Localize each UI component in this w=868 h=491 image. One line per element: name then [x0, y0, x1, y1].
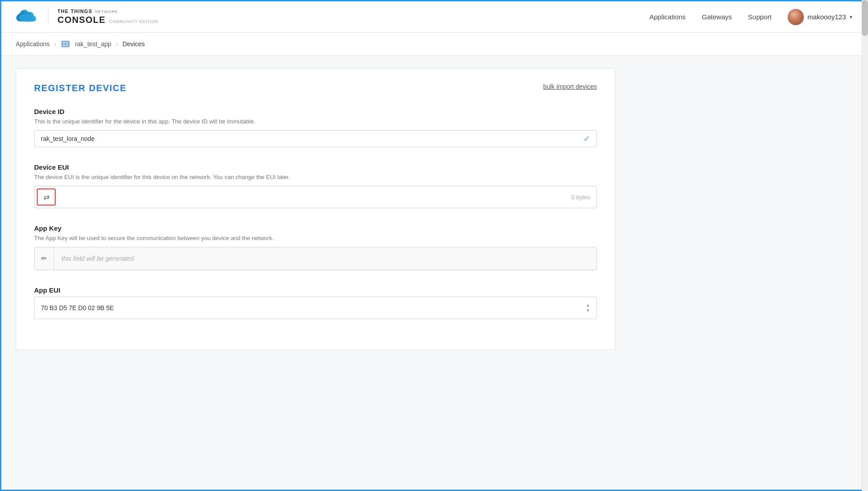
app-key-field: App Key The App Key will be used to secu…	[34, 224, 597, 270]
bulk-import-link[interactable]: bulk import devices	[543, 83, 597, 90]
header: THE THINGS NETWORK CONSOLE COMMUNITY EDI…	[1, 1, 867, 33]
username-label: makoooy123	[807, 13, 846, 21]
nav-gateways[interactable]: Gateways	[702, 13, 732, 21]
svg-rect-5	[66, 45, 68, 46]
card-header: REGISTER DEVICE bulk import devices	[34, 83, 597, 93]
main-nav: Applications Gateways Support makoooy123…	[649, 9, 852, 25]
breadcrumb-sep-2: ›	[116, 40, 118, 48]
spinner-up-icon[interactable]: ▲	[586, 303, 590, 307]
app-eui-input-wrapper: 70 B3 D5 7E D0 02 9B 5E ▲ ▼	[34, 297, 597, 319]
svg-rect-1	[61, 41, 70, 48]
breadcrumb-applications[interactable]: Applications	[16, 40, 50, 48]
user-menu[interactable]: makoooy123 ▾	[788, 9, 852, 25]
brand-sub: NETWORK	[95, 9, 118, 14]
device-eui-description: The device EUI is the unique identifier …	[34, 174, 597, 180]
device-id-input[interactable]	[35, 131, 596, 147]
pencil-icon: ✏	[41, 254, 47, 263]
svg-rect-3	[66, 42, 68, 43]
logo-text: THE THINGS NETWORK CONSOLE COMMUNITY EDI…	[57, 9, 158, 25]
scrollbar-thumb[interactable]	[862, 0, 868, 36]
brand-name: THE THINGS	[57, 9, 92, 14]
valid-checkmark-icon: ✓	[583, 134, 590, 144]
chevron-down-icon: ▾	[850, 14, 852, 20]
app-key-placeholder: this field will be generated	[54, 255, 596, 262]
register-device-card: REGISTER DEVICE bulk import devices Devi…	[16, 68, 615, 350]
scrollbar[interactable]	[862, 0, 868, 491]
device-id-field: Device ID This is the unique identifier …	[34, 108, 597, 147]
app-eui-field: App EUI 70 B3 D5 7E D0 02 9B 5E ▲ ▼	[34, 286, 597, 319]
app-key-input-wrapper: ✏ this field will be generated	[34, 247, 597, 270]
main-content: REGISTER DEVICE bulk import devices Devi…	[1, 56, 630, 363]
eui-bytes-label: 0 bytes	[571, 194, 590, 201]
logo-divider	[48, 9, 48, 25]
device-id-input-wrapper: ✓	[34, 130, 597, 147]
edition-label: COMMUNITY EDITION	[109, 19, 158, 24]
device-eui-label: Device EUI	[34, 163, 597, 171]
breadcrumb-sep-1: ›	[54, 40, 57, 48]
page-title: REGISTER DEVICE	[34, 83, 127, 93]
breadcrumb-app-name[interactable]: rak_test_app	[75, 40, 111, 48]
svg-point-4	[63, 44, 65, 46]
avatar	[788, 9, 804, 25]
nav-support[interactable]: Support	[748, 13, 772, 21]
product-name: CONSOLE	[57, 14, 105, 25]
app-eui-label: App EUI	[34, 286, 597, 294]
spinner-down-icon[interactable]: ▼	[586, 308, 590, 313]
app-key-label: App Key	[34, 224, 597, 232]
logo-area: THE THINGS NETWORK CONSOLE COMMUNITY EDI…	[16, 9, 158, 25]
breadcrumb-current: Devices	[123, 40, 145, 48]
generate-eui-button[interactable]: ⇄	[37, 189, 56, 206]
svg-point-0	[19, 13, 35, 22]
device-id-label: Device ID	[34, 108, 597, 115]
breadcrumb: Applications › rak_test_app › Devices	[1, 33, 867, 56]
device-eui-input-wrapper: ⇄ 0 bytes	[34, 186, 597, 208]
breadcrumb-app-icon	[61, 39, 70, 49]
app-eui-spinner[interactable]: ▲ ▼	[586, 303, 590, 313]
svg-point-2	[63, 42, 65, 44]
app-eui-value: 70 B3 D5 7E D0 02 9B 5E	[41, 304, 586, 311]
app-key-description: The App Key will be used to secure the c…	[34, 235, 597, 241]
shuffle-icon: ⇄	[44, 193, 49, 202]
nav-applications[interactable]: Applications	[649, 13, 686, 21]
cloud-logo-icon	[16, 9, 39, 25]
app-key-edit-button[interactable]: ✏	[35, 247, 54, 270]
device-id-description: This is the unique identifier for the de…	[34, 118, 597, 125]
device-eui-field: Device EUI The device EUI is the unique …	[34, 163, 597, 208]
